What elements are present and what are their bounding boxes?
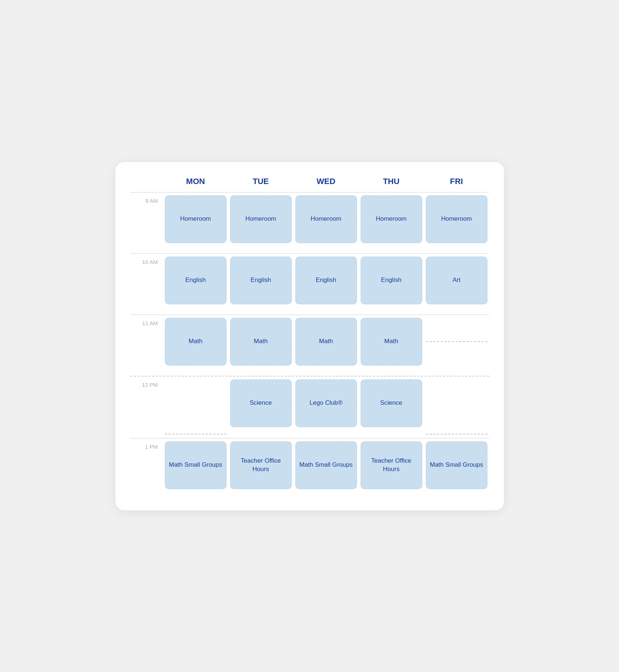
block-mathsg-mon[interactable]: Math Small Groups [165, 441, 226, 489]
event-fri-11am [424, 315, 489, 368]
block-homeroom-tue[interactable]: Homeroom [230, 195, 292, 243]
event-tue-11am[interactable]: Math [228, 315, 294, 368]
event-tue-12pm[interactable]: Science [228, 377, 294, 430]
block-empty-fri-11am [426, 318, 487, 366]
event-mon-9am[interactable]: Homeroom [163, 192, 228, 246]
block-mathsg-wed[interactable]: Math Small Groups [295, 441, 357, 489]
row-11am: 11 AM Math Math Math Math [130, 315, 489, 368]
event-fri-9am[interactable]: Homeroom [424, 192, 489, 246]
event-thu-9am[interactable]: Homeroom [359, 192, 424, 246]
block-teacheroh-tue[interactable]: Teacher Office Hours [230, 441, 292, 489]
event-mon-1pm[interactable]: Math Small Groups [163, 438, 228, 492]
header-mon: MON [163, 177, 228, 192]
event-tue-10am[interactable]: English [228, 254, 294, 307]
gap-12pm-1pm-top [130, 430, 489, 434]
block-mathsg-fri[interactable]: Math Small Groups [426, 441, 487, 489]
block-math-mon[interactable]: Math [165, 318, 226, 366]
event-fri-10am[interactable]: Art [424, 254, 489, 307]
block-english-tue[interactable]: English [230, 257, 292, 304]
event-thu-10am[interactable]: English [359, 254, 424, 307]
block-english-mon[interactable]: English [165, 257, 226, 304]
event-fri-1pm[interactable]: Math Small Groups [424, 438, 489, 492]
event-wed-9am[interactable]: Homeroom [294, 192, 359, 246]
header-empty [130, 177, 163, 192]
gap-12pm-1pm-bottom [130, 434, 489, 438]
block-teacheroh-thu[interactable]: Teacher Office Hours [361, 441, 422, 489]
block-english-thu[interactable]: English [361, 257, 422, 304]
dashed-line-fri-11am [426, 341, 487, 342]
block-science-thu[interactable]: Science [361, 379, 422, 427]
event-mon-12pm [163, 377, 228, 430]
event-thu-11am[interactable]: Math [359, 315, 424, 368]
time-label-1pm: 1 PM [130, 438, 163, 492]
gap-11am-12pm [130, 368, 489, 376]
row-1pm: 1 PM Math Small Groups Teacher Office Ho… [130, 438, 489, 492]
block-homeroom-fri[interactable]: Homeroom [426, 195, 487, 243]
block-homeroom-mon[interactable]: Homeroom [165, 195, 226, 243]
gap-10am-11am [130, 307, 489, 315]
event-wed-12pm[interactable]: Lego Club® [294, 377, 359, 430]
block-homeroom-wed[interactable]: Homeroom [295, 195, 357, 243]
block-homeroom-thu[interactable]: Homeroom [361, 195, 422, 243]
event-wed-11am[interactable]: Math [294, 315, 359, 368]
header-thu: THU [359, 177, 424, 192]
time-label-9am: 9 AM [130, 192, 163, 246]
dashed-fri-12pm-bottom [426, 434, 487, 434]
event-tue-9am[interactable]: Homeroom [228, 192, 294, 246]
block-science-tue[interactable]: Science [230, 379, 292, 427]
block-math-tue[interactable]: Math [230, 318, 292, 366]
event-thu-1pm[interactable]: Teacher Office Hours [359, 438, 424, 492]
block-art-fri[interactable]: Art [426, 257, 487, 304]
event-thu-12pm[interactable]: Science [359, 377, 424, 430]
event-mon-11am[interactable]: Math [163, 315, 228, 368]
block-empty-fri-12pm [426, 379, 487, 427]
event-wed-1pm[interactable]: Math Small Groups [294, 438, 359, 492]
gap-9am-10am [130, 246, 489, 253]
event-mon-10am[interactable]: English [163, 254, 228, 307]
time-label-12pm: 12 PM [130, 377, 163, 430]
calendar-container: MON TUE WED THU FRI 9 AM Homeroom Homero… [115, 162, 504, 510]
time-label-11am: 11 AM [130, 315, 163, 368]
header-row: MON TUE WED THU FRI [130, 177, 489, 192]
block-math-thu[interactable]: Math [361, 318, 422, 366]
block-empty-mon-12pm [165, 379, 226, 427]
event-fri-12pm [424, 377, 489, 430]
dashed-mon-12pm-bottom [165, 434, 226, 434]
block-english-wed[interactable]: English [295, 257, 357, 304]
header-fri: FRI [424, 177, 489, 192]
block-legoclub-wed[interactable]: Lego Club® [295, 379, 357, 427]
row-10am: 10 AM English English English English Ar… [130, 254, 489, 307]
event-wed-10am[interactable]: English [294, 254, 359, 307]
row-12pm: 12 PM Science Lego Club® Science [130, 377, 489, 430]
header-tue: TUE [228, 177, 294, 192]
time-label-10am: 10 AM [130, 254, 163, 307]
header-wed: WED [294, 177, 359, 192]
block-math-wed[interactable]: Math [295, 318, 357, 366]
bottom-divider-12pm [130, 434, 489, 434]
row-9am: 9 AM Homeroom Homeroom Homeroom Homeroom… [130, 192, 489, 246]
event-tue-1pm[interactable]: Teacher Office Hours [228, 438, 294, 492]
